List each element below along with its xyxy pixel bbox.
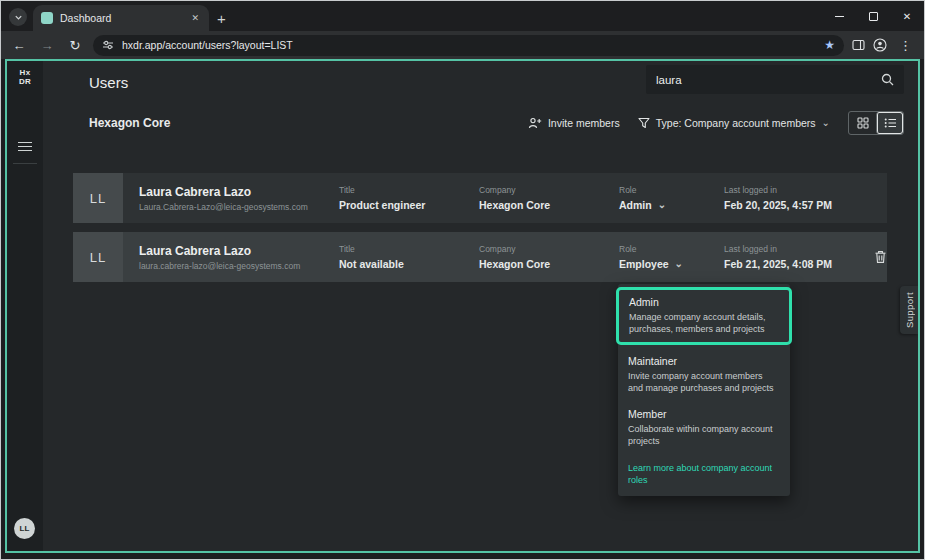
role-value: Employee	[619, 258, 669, 270]
last-login-cell: Last logged in Feb 21, 2025, 4:08 PM	[724, 244, 874, 270]
last-login-label: Last logged in	[724, 185, 874, 195]
maximize-icon	[869, 12, 878, 21]
search-box[interactable]	[646, 65, 904, 94]
org-name: Hexagon Core	[89, 116, 170, 130]
company-label: Company	[479, 185, 619, 195]
company-label: Company	[479, 244, 619, 254]
tab-close-icon[interactable]: ✕	[189, 11, 201, 25]
title-label: Title	[339, 244, 479, 254]
chevron-down-icon: ⌄	[658, 200, 666, 210]
company-cell: Company Hexagon Core	[479, 244, 619, 270]
role-option-title: Member	[628, 408, 780, 420]
role-dropdown[interactable]: Admin⌄	[619, 199, 724, 211]
company-value: Hexagon Core	[479, 199, 619, 211]
type-filter-label: Type: Company account members	[656, 117, 816, 129]
filter-funnel-icon	[638, 117, 650, 129]
window-controls: ✕	[822, 1, 924, 31]
app-sidebar-rail: Hx DR LL	[7, 61, 43, 551]
grid-view-icon	[857, 117, 869, 129]
name-cell: Laura Cabrera Lazo Laura.Cabrera-Lazo@le…	[139, 185, 339, 212]
title-label: Title	[339, 185, 479, 195]
last-login-value: Feb 21, 2025, 4:08 PM	[724, 258, 874, 270]
browser-menu-icon[interactable]: ⋮	[895, 38, 916, 53]
users-list: LL Laura Cabrera Lazo Laura.Cabrera-Lazo…	[73, 173, 887, 291]
invite-members-icon	[528, 117, 542, 129]
role-dropdown[interactable]: Employee⌄	[619, 258, 724, 270]
last-login-label: Last logged in	[724, 244, 874, 254]
chevron-down-icon: ⌄	[675, 259, 683, 269]
delete-user-button[interactable]	[874, 250, 887, 264]
role-option-description: Manage company account details, purchase…	[629, 311, 779, 335]
view-toggle-group	[848, 111, 904, 135]
chevron-down-icon	[14, 13, 23, 22]
support-tab-label: Support	[904, 292, 915, 328]
row-avatar: LL	[73, 173, 123, 223]
role-label: Role	[619, 244, 724, 254]
support-tab[interactable]: Support	[900, 286, 918, 334]
side-panel-icon[interactable]	[852, 39, 865, 51]
profile-avatar-icon[interactable]	[873, 38, 887, 52]
active-tab[interactable]: Dashboard ✕	[33, 5, 209, 31]
new-tab-button[interactable]: +	[209, 10, 236, 31]
site-info-icon[interactable]	[102, 39, 114, 51]
role-option-title: Admin	[629, 296, 779, 308]
name-cell: Laura Cabrera Lazo laura.cabrera-lazo@le…	[139, 244, 339, 271]
main-content: Users Hexagon Core Invite members Type: …	[43, 61, 918, 551]
page-title: Users	[89, 74, 128, 91]
menu-hamburger-icon[interactable]	[18, 142, 32, 151]
row-avatar: LL	[73, 232, 123, 282]
grid-view-button[interactable]	[849, 112, 876, 134]
search-icon[interactable]	[881, 73, 894, 86]
role-option-admin[interactable]: Admin Manage company account details, pu…	[619, 290, 789, 342]
window-minimize-button[interactable]	[822, 1, 856, 31]
role-option-maintainer[interactable]: Maintainer Invite company account member…	[618, 349, 790, 401]
company-value: Hexagon Core	[479, 258, 619, 270]
role-label: Role	[619, 185, 724, 195]
role-option-description: Invite company account members and manag…	[628, 370, 780, 394]
close-icon: ✕	[903, 11, 911, 22]
forward-button[interactable]: →	[37, 38, 57, 53]
back-button[interactable]: ←	[9, 38, 29, 53]
hxdr-logo[interactable]: Hx DR	[12, 68, 38, 86]
chevron-down-icon: ⌄	[822, 118, 830, 128]
bookmark-star-icon[interactable]: ★	[824, 38, 835, 52]
user-row[interactable]: LL Laura Cabrera Lazo laura.cabrera-lazo…	[73, 232, 887, 282]
title-cell: Title Not available	[339, 244, 479, 270]
tab-favicon	[41, 12, 53, 24]
trash-icon	[874, 250, 887, 264]
role-cell: Role Admin⌄	[619, 185, 724, 211]
browser-window: Dashboard ✕ + ✕ ← → ↻ hxdr.app/account/u…	[0, 0, 925, 560]
browser-titlebar: Dashboard ✕ + ✕	[1, 1, 924, 31]
role-option-title: Maintainer	[628, 355, 780, 367]
user-row[interactable]: LL Laura Cabrera Lazo Laura.Cabrera-Lazo…	[73, 173, 887, 223]
user-email: laura.cabrera-lazo@leica-geosystems.com	[139, 261, 339, 271]
window-maximize-button[interactable]	[856, 1, 890, 31]
role-menu: Admin Manage company account details, pu…	[618, 284, 790, 496]
browser-toolbar: ← → ↻ hxdr.app/account/users?layout=LIST…	[1, 31, 924, 59]
url-text: hxdr.app/account/users?layout=LIST	[122, 39, 816, 51]
user-name: Laura Cabrera Lazo	[139, 185, 339, 199]
user-avatar[interactable]: LL	[14, 518, 35, 539]
role-option-description: Collaborate within company account proje…	[628, 423, 780, 447]
annotation-highlight: Admin Manage company account details, pu…	[616, 287, 792, 345]
roles-learn-more-link[interactable]: Learn more about company account roles	[618, 454, 790, 488]
role-value: Admin	[619, 199, 652, 211]
minimize-icon	[835, 16, 844, 17]
tab-title: Dashboard	[60, 12, 182, 24]
window-close-button[interactable]: ✕	[890, 1, 924, 31]
title-value: Not available	[339, 258, 479, 270]
last-login-value: Feb 20, 2025, 4:57 PM	[724, 199, 874, 211]
hxdr-logo-line2: DR	[12, 77, 38, 86]
tab-search-button[interactable]	[9, 8, 27, 26]
role-option-member[interactable]: Member Collaborate within company accoun…	[618, 402, 790, 454]
hxdr-logo-line1: Hx	[12, 68, 38, 77]
type-filter-dropdown[interactable]: Type: Company account members ⌄	[638, 117, 830, 129]
search-input[interactable]	[656, 74, 873, 86]
invite-members-button[interactable]: Invite members	[528, 117, 620, 129]
list-view-button[interactable]	[876, 112, 903, 134]
url-bar[interactable]: hxdr.app/account/users?layout=LIST ★	[93, 35, 844, 56]
company-cell: Company Hexagon Core	[479, 185, 619, 211]
user-email: Laura.Cabrera-Lazo@leica-geosystems.com	[139, 202, 339, 212]
reload-button[interactable]: ↻	[65, 38, 85, 53]
invite-members-label: Invite members	[548, 117, 620, 129]
